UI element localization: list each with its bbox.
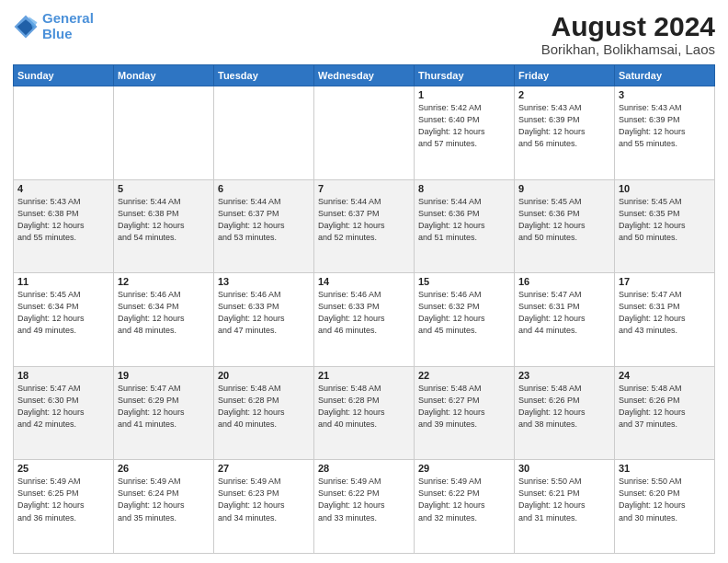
day-info: Sunrise: 5:47 AM Sunset: 6:29 PM Dayligh…: [118, 383, 210, 431]
calendar-cell: 17Sunrise: 5:47 AM Sunset: 6:31 PM Dayli…: [615, 273, 715, 367]
day-info: Sunrise: 5:44 AM Sunset: 6:37 PM Dayligh…: [218, 196, 310, 244]
calendar-cell: 1Sunrise: 5:42 AM Sunset: 6:40 PM Daylig…: [415, 86, 515, 180]
day-info: Sunrise: 5:50 AM Sunset: 6:21 PM Dayligh…: [518, 476, 610, 523]
page: General Blue August 2024 Borikhan, Bolik…: [0, 0, 728, 563]
calendar-cell: 27Sunrise: 5:49 AM Sunset: 6:23 PM Dayli…: [214, 460, 314, 554]
day-number: 22: [418, 370, 510, 381]
calendar-header-sunday: Sunday: [14, 65, 114, 86]
calendar-week-4: 18Sunrise: 5:47 AM Sunset: 6:30 PM Dayli…: [14, 366, 715, 460]
logo: General Blue: [13, 11, 94, 41]
day-number: 28: [318, 463, 410, 474]
day-info: Sunrise: 5:43 AM Sunset: 6:39 PM Dayligh…: [619, 102, 711, 150]
day-number: 30: [518, 463, 610, 474]
calendar-week-1: 1Sunrise: 5:42 AM Sunset: 6:40 PM Daylig…: [14, 86, 715, 180]
calendar-cell: 3Sunrise: 5:43 AM Sunset: 6:39 PM Daylig…: [615, 86, 715, 180]
calendar-cell: 29Sunrise: 5:49 AM Sunset: 6:22 PM Dayli…: [415, 460, 515, 554]
day-info: Sunrise: 5:43 AM Sunset: 6:39 PM Dayligh…: [518, 102, 610, 150]
day-number: 17: [619, 276, 711, 287]
day-info: Sunrise: 5:47 AM Sunset: 6:31 PM Dayligh…: [619, 289, 711, 337]
header: General Blue August 2024 Borikhan, Bolik…: [13, 11, 715, 57]
page-subtitle: Borikhan, Bolikhamsai, Laos: [541, 41, 715, 57]
day-info: Sunrise: 5:46 AM Sunset: 6:33 PM Dayligh…: [218, 289, 310, 337]
calendar-cell: [214, 86, 314, 180]
logo-icon: [13, 14, 39, 40]
calendar-cell: 21Sunrise: 5:48 AM Sunset: 6:28 PM Dayli…: [314, 366, 415, 460]
calendar-week-5: 25Sunrise: 5:49 AM Sunset: 6:25 PM Dayli…: [14, 460, 715, 554]
day-number: 23: [518, 370, 610, 381]
calendar-cell: 18Sunrise: 5:47 AM Sunset: 6:30 PM Dayli…: [14, 366, 114, 460]
calendar-cell: 7Sunrise: 5:44 AM Sunset: 6:37 PM Daylig…: [314, 179, 415, 273]
day-number: 26: [118, 463, 210, 474]
calendar-cell: 16Sunrise: 5:47 AM Sunset: 6:31 PM Dayli…: [515, 273, 615, 367]
calendar-cell: 4Sunrise: 5:43 AM Sunset: 6:38 PM Daylig…: [14, 179, 114, 273]
calendar-cell: 28Sunrise: 5:49 AM Sunset: 6:22 PM Dayli…: [314, 460, 415, 554]
calendar-week-3: 11Sunrise: 5:45 AM Sunset: 6:34 PM Dayli…: [14, 273, 715, 367]
calendar-cell: 9Sunrise: 5:45 AM Sunset: 6:36 PM Daylig…: [515, 179, 615, 273]
day-number: 8: [418, 183, 510, 194]
day-number: 7: [318, 183, 410, 194]
day-number: 19: [118, 370, 210, 381]
day-info: Sunrise: 5:47 AM Sunset: 6:30 PM Dayligh…: [17, 383, 109, 431]
day-info: Sunrise: 5:42 AM Sunset: 6:40 PM Dayligh…: [418, 102, 510, 150]
day-info: Sunrise: 5:49 AM Sunset: 6:25 PM Dayligh…: [17, 476, 109, 523]
calendar-cell: 14Sunrise: 5:46 AM Sunset: 6:33 PM Dayli…: [314, 273, 415, 367]
calendar-cell: 8Sunrise: 5:44 AM Sunset: 6:36 PM Daylig…: [415, 179, 515, 273]
calendar-header-row: SundayMondayTuesdayWednesdayThursdayFrid…: [14, 65, 715, 86]
day-info: Sunrise: 5:44 AM Sunset: 6:36 PM Dayligh…: [418, 196, 510, 244]
calendar-header-tuesday: Tuesday: [214, 65, 314, 86]
page-title: August 2024: [541, 11, 715, 41]
day-number: 1: [418, 89, 510, 100]
day-number: 16: [518, 276, 610, 287]
day-info: Sunrise: 5:47 AM Sunset: 6:31 PM Dayligh…: [518, 289, 610, 337]
calendar-cell: 13Sunrise: 5:46 AM Sunset: 6:33 PM Dayli…: [214, 273, 314, 367]
day-info: Sunrise: 5:48 AM Sunset: 6:28 PM Dayligh…: [318, 383, 410, 431]
calendar-cell: 12Sunrise: 5:46 AM Sunset: 6:34 PM Dayli…: [114, 273, 214, 367]
calendar-header-friday: Friday: [515, 65, 615, 86]
day-number: 11: [17, 276, 109, 287]
day-number: 12: [118, 276, 210, 287]
day-info: Sunrise: 5:43 AM Sunset: 6:38 PM Dayligh…: [17, 196, 109, 244]
calendar-cell: 20Sunrise: 5:48 AM Sunset: 6:28 PM Dayli…: [214, 366, 314, 460]
day-info: Sunrise: 5:45 AM Sunset: 6:35 PM Dayligh…: [619, 196, 711, 244]
calendar-header-wednesday: Wednesday: [314, 65, 415, 86]
calendar-header-thursday: Thursday: [415, 65, 515, 86]
calendar-cell: 2Sunrise: 5:43 AM Sunset: 6:39 PM Daylig…: [515, 86, 615, 180]
calendar-cell: 6Sunrise: 5:44 AM Sunset: 6:37 PM Daylig…: [214, 179, 314, 273]
day-info: Sunrise: 5:48 AM Sunset: 6:26 PM Dayligh…: [619, 383, 711, 431]
calendar-header-monday: Monday: [114, 65, 214, 86]
day-info: Sunrise: 5:50 AM Sunset: 6:20 PM Dayligh…: [619, 476, 711, 523]
day-info: Sunrise: 5:46 AM Sunset: 6:32 PM Dayligh…: [418, 289, 510, 337]
day-number: 13: [218, 276, 310, 287]
day-info: Sunrise: 5:44 AM Sunset: 6:37 PM Dayligh…: [318, 196, 410, 244]
calendar-cell: 10Sunrise: 5:45 AM Sunset: 6:35 PM Dayli…: [615, 179, 715, 273]
day-info: Sunrise: 5:46 AM Sunset: 6:34 PM Dayligh…: [118, 289, 210, 337]
calendar-cell: 5Sunrise: 5:44 AM Sunset: 6:38 PM Daylig…: [114, 179, 214, 273]
day-number: 15: [418, 276, 510, 287]
calendar-cell: 23Sunrise: 5:48 AM Sunset: 6:26 PM Dayli…: [515, 366, 615, 460]
day-info: Sunrise: 5:49 AM Sunset: 6:24 PM Dayligh…: [118, 476, 210, 523]
day-number: 2: [518, 89, 610, 100]
day-number: 25: [17, 463, 109, 474]
calendar-cell: [314, 86, 415, 180]
day-number: 9: [518, 183, 610, 194]
calendar-cell: [114, 86, 214, 180]
day-info: Sunrise: 5:45 AM Sunset: 6:34 PM Dayligh…: [17, 289, 109, 337]
day-number: 6: [218, 183, 310, 194]
day-number: 10: [619, 183, 711, 194]
calendar-cell: 11Sunrise: 5:45 AM Sunset: 6:34 PM Dayli…: [14, 273, 114, 367]
logo-text: General Blue: [42, 11, 94, 41]
calendar-cell: 31Sunrise: 5:50 AM Sunset: 6:20 PM Dayli…: [615, 460, 715, 554]
calendar-cell: 19Sunrise: 5:47 AM Sunset: 6:29 PM Dayli…: [114, 366, 214, 460]
day-number: 5: [118, 183, 210, 194]
calendar-cell: 26Sunrise: 5:49 AM Sunset: 6:24 PM Dayli…: [114, 460, 214, 554]
calendar-cell: [14, 86, 114, 180]
calendar-week-2: 4Sunrise: 5:43 AM Sunset: 6:38 PM Daylig…: [14, 179, 715, 273]
title-block: August 2024 Borikhan, Bolikhamsai, Laos: [541, 11, 715, 57]
day-number: 3: [619, 89, 711, 100]
day-number: 20: [218, 370, 310, 381]
calendar-cell: 15Sunrise: 5:46 AM Sunset: 6:32 PM Dayli…: [415, 273, 515, 367]
day-info: Sunrise: 5:48 AM Sunset: 6:26 PM Dayligh…: [518, 383, 610, 431]
calendar-header-saturday: Saturday: [615, 65, 715, 86]
day-number: 29: [418, 463, 510, 474]
calendar-cell: 25Sunrise: 5:49 AM Sunset: 6:25 PM Dayli…: [14, 460, 114, 554]
